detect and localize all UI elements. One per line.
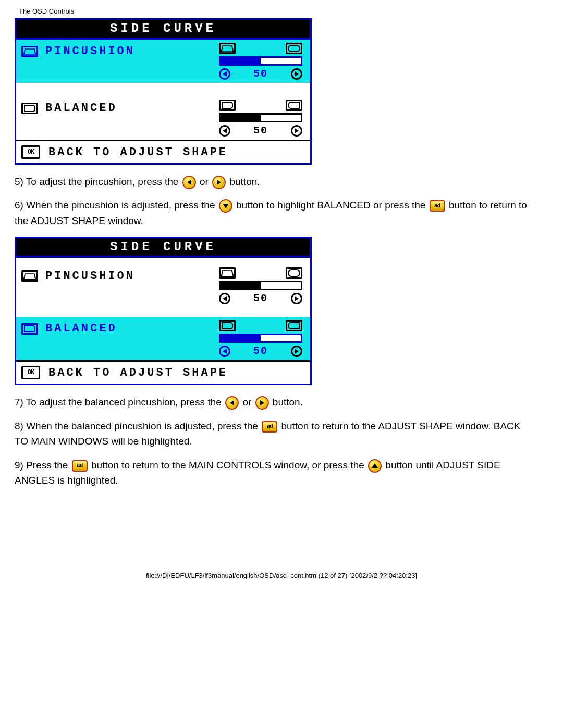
increase-button[interactable] <box>291 68 302 80</box>
osd-row-pincushion[interactable]: PINCUSHION 50 <box>16 258 310 307</box>
up-arrow-button-icon <box>368 459 382 473</box>
osd-footer-text: BACK TO ADJUST SHAPE <box>48 146 228 159</box>
instruction-step-7: 7) To adjust the balanced pincushion, pr… <box>15 394 536 410</box>
ok-icon: OK <box>21 145 40 159</box>
pincushion-value: 50 <box>253 292 268 304</box>
decrease-button[interactable] <box>219 346 230 357</box>
osd-title: SIDE CURVE <box>16 238 310 256</box>
balanced-icon <box>21 323 38 335</box>
osd-row-balanced[interactable]: BALANCED 50 <box>16 317 310 360</box>
instruction-step-5: 5) To adjust the pincushion, press the o… <box>15 174 536 189</box>
osd-row-label: PINCUSHION <box>45 269 135 282</box>
page-header: The OSD Controls <box>19 7 548 15</box>
osd-title: SIDE CURVE <box>16 20 310 38</box>
pincushion-icon <box>21 270 38 282</box>
balanced-value: 50 <box>253 125 268 137</box>
balanced-gauge <box>219 334 302 343</box>
balanced-value: 50 <box>253 345 268 357</box>
right-arrow-button-icon <box>255 396 269 410</box>
osd-footer-row[interactable]: OK BACK TO ADJUST SHAPE <box>16 141 310 163</box>
increase-button[interactable] <box>291 346 302 357</box>
osd-footer-text: BACK TO ADJUST SHAPE <box>48 366 228 379</box>
pincushion-value: 50 <box>253 68 268 80</box>
increase-button[interactable] <box>291 293 302 304</box>
ok-button-icon: ad <box>430 200 445 212</box>
increase-button[interactable] <box>291 125 302 137</box>
page-footer-path: file:///D|/EDFU/LF3/lf3manual/english/OS… <box>15 572 548 579</box>
shape-right-icon <box>286 320 302 331</box>
ok-icon: OK <box>21 366 40 379</box>
ok-button-icon: ad <box>72 460 88 472</box>
left-arrow-button-icon <box>225 396 239 410</box>
pincushion-gauge <box>219 56 302 66</box>
instruction-step-8: 8) When the balanced pincushion is adjus… <box>15 418 536 449</box>
shape-right-icon <box>286 100 302 111</box>
shape-concave-icon <box>219 43 236 54</box>
osd-row-label: BALANCED <box>45 322 117 335</box>
osd-row-label: BALANCED <box>45 102 117 115</box>
osd-row-label: PINCUSHION <box>45 45 135 58</box>
osd-panel-side-curve-2: SIDE CURVE PINCUSHION 50 <box>15 237 312 385</box>
ok-button-icon: ad <box>262 421 277 433</box>
decrease-button[interactable] <box>219 293 230 304</box>
osd-footer-row[interactable]: OK BACK TO ADJUST SHAPE <box>16 362 310 384</box>
shape-left-icon <box>219 320 236 331</box>
decrease-button[interactable] <box>219 125 230 137</box>
shape-left-icon <box>219 100 236 111</box>
osd-panel-side-curve-1: SIDE CURVE PINCUSHION 50 <box>15 18 312 165</box>
osd-row-pincushion[interactable]: PINCUSHION 50 <box>16 40 310 83</box>
left-arrow-button-icon <box>182 176 196 189</box>
shape-convex-icon <box>286 267 302 279</box>
pincushion-gauge <box>219 281 302 290</box>
balanced-gauge <box>219 113 302 122</box>
right-arrow-button-icon <box>212 176 226 189</box>
shape-concave-icon <box>219 267 236 279</box>
pincushion-icon <box>21 46 38 57</box>
balanced-icon <box>21 103 38 114</box>
instruction-step-6: 6) When the pincushion is adjusted, pres… <box>15 198 536 228</box>
decrease-button[interactable] <box>219 68 230 80</box>
shape-convex-icon <box>286 43 302 54</box>
instruction-step-9: 9) Press the ad button to return to the … <box>15 458 536 488</box>
osd-row-balanced[interactable]: BALANCED 50 <box>16 96 310 140</box>
down-arrow-button-icon <box>219 199 232 213</box>
